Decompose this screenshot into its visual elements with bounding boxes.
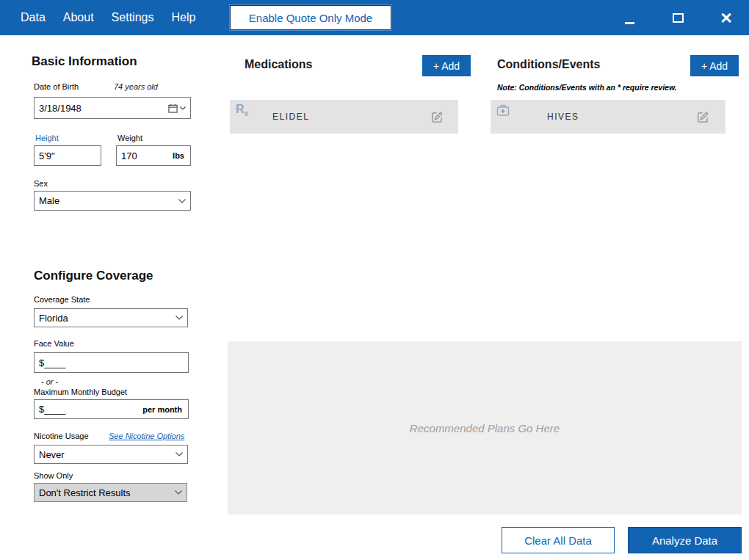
dob-input[interactable]: 3/18/1948: [34, 97, 191, 119]
window-controls: ✕: [612, 0, 743, 35]
weight-label: Weight: [117, 134, 142, 142]
conditions-panel: Conditions/Events + Add Note: Conditions…: [488, 44, 742, 330]
nicotine-value: Never: [39, 449, 65, 460]
age-text: 74 years old: [114, 82, 158, 91]
budget-input[interactable]: $____ per month: [34, 399, 189, 419]
sex-label: Sex: [34, 179, 48, 188]
close-button[interactable]: ✕: [709, 0, 743, 35]
configure-coverage-heading: Configure Coverage: [34, 269, 153, 283]
medications-panel: Medications + Add Rx ELIDEL: [228, 44, 475, 330]
condition-icon: [496, 103, 510, 120]
medications-heading: Medications: [245, 58, 312, 71]
budget-label: Maximum Monthly Budget: [34, 388, 127, 396]
face-value-label: Face Value: [34, 339, 74, 348]
nicotine-select[interactable]: Never: [34, 445, 188, 464]
calendar-dropdown[interactable]: [168, 103, 186, 113]
recommended-plans-panel: Recommended Plans Go Here: [228, 341, 742, 514]
show-only-label: Show Only: [34, 471, 73, 480]
add-medication-button[interactable]: + Add: [422, 55, 471, 76]
nicotine-label: Nicotine Usage: [34, 432, 89, 440]
show-only-select[interactable]: Don't Restrict Results: [34, 483, 187, 502]
weight-unit-label: lbs: [173, 151, 186, 160]
conditions-heading: Conditions/Events: [497, 58, 600, 71]
enable-quote-only-mode-button[interactable]: Enable Quote Only Mode: [230, 5, 391, 30]
maximize-icon: [673, 13, 684, 23]
analyze-data-button[interactable]: Analyze Data: [628, 527, 742, 553]
minimize-icon: [625, 22, 634, 24]
coverage-state-select[interactable]: Florida: [34, 308, 188, 327]
titlebar: Data About Settings Help Enable Quote On…: [0, 0, 749, 35]
close-icon: ✕: [720, 10, 733, 26]
coverage-state-label: Coverage State: [34, 295, 90, 304]
edit-medication-button[interactable]: [429, 109, 445, 125]
chevron-down-icon: [178, 199, 186, 203]
dob-label: Date of Birth: [34, 82, 79, 91]
budget-text: $____: [39, 404, 65, 415]
height-value: 5'9": [39, 150, 55, 161]
plans-placeholder-text: Recommended Plans Go Here: [410, 422, 560, 434]
face-value-text: $____: [39, 357, 65, 368]
medication-name: ELIDEL: [272, 112, 309, 122]
chevron-down-icon: [175, 490, 182, 495]
chevron-down-icon: [180, 106, 186, 110]
condition-name: HIVES: [547, 112, 579, 122]
clear-all-data-button[interactable]: Clear All Data: [502, 527, 615, 553]
nicotine-options-link[interactable]: See Nicotine Options: [109, 432, 184, 440]
weight-value: 170: [121, 150, 137, 161]
sex-select[interactable]: Male: [34, 191, 191, 211]
chevron-down-icon: [176, 452, 183, 457]
conditions-note: Note: Conditions/Events with an * requir…: [497, 83, 736, 92]
show-only-value: Don't Restrict Results: [39, 487, 131, 498]
rx-icon: Rx: [236, 103, 248, 117]
budget-suffix-label: per month: [142, 405, 184, 414]
menu-item-about[interactable]: About: [54, 2, 103, 33]
face-value-input[interactable]: $____: [34, 352, 189, 373]
dob-value: 3/18/1948: [39, 103, 82, 114]
sex-value: Male: [39, 195, 59, 206]
minimize-button[interactable]: [612, 0, 646, 35]
edit-icon: [696, 110, 710, 124]
menu-item-help[interactable]: Help: [162, 2, 204, 33]
edit-condition-button[interactable]: [695, 109, 711, 125]
edit-icon: [430, 110, 444, 124]
menubar: Data About Settings Help: [12, 2, 204, 33]
basic-information-heading: Basic Information: [32, 54, 137, 69]
chevron-down-icon: [176, 316, 183, 320]
condition-row[interactable]: HIVES: [491, 100, 726, 134]
calendar-icon: [168, 103, 178, 113]
add-condition-button[interactable]: + Add: [690, 55, 739, 76]
menu-item-data[interactable]: Data: [12, 2, 54, 33]
menu-item-settings[interactable]: Settings: [103, 2, 163, 33]
or-text: - or -: [41, 377, 58, 386]
height-label: Height: [35, 134, 59, 142]
basic-information-panel: Basic Information Date of Birth 74 years…: [13, 44, 213, 514]
medication-row[interactable]: Rx ELIDEL: [230, 100, 458, 134]
height-input[interactable]: 5'9": [34, 145, 101, 166]
coverage-state-value: Florida: [39, 313, 68, 324]
weight-input[interactable]: 170 lbs: [116, 145, 191, 166]
maximize-button[interactable]: [661, 0, 695, 35]
